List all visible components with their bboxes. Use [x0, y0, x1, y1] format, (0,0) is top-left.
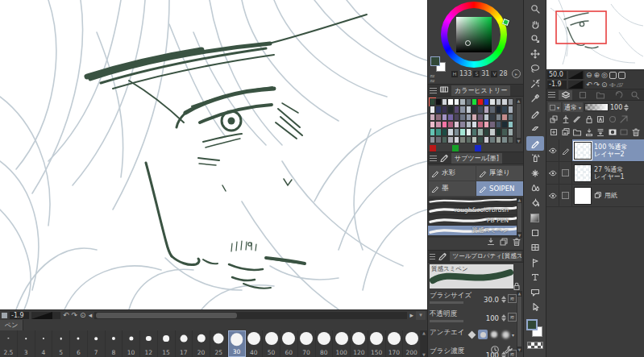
import-subtool-icon[interactable]	[486, 237, 496, 248]
history-color-swatch[interactable]	[459, 128, 465, 135]
draft-layer-icon[interactable]	[572, 114, 582, 126]
history-color-swatch[interactable]	[501, 98, 507, 106]
history-color-swatch[interactable]	[447, 121, 453, 128]
history-color-swatch[interactable]	[489, 136, 495, 143]
search-tab-icon[interactable]	[628, 90, 642, 100]
brush-size-cell[interactable]: 20	[193, 330, 210, 357]
history-color-swatch[interactable]	[472, 121, 477, 128]
panel-menu-icon[interactable]	[430, 156, 437, 161]
quick-color-swatch[interactable]	[430, 145, 436, 152]
pen-tool-icon[interactable]	[526, 106, 544, 122]
rotate-right-icon[interactable]: ↷	[594, 81, 600, 89]
history-color-swatch[interactable]	[430, 136, 435, 143]
tool-property-tab[interactable]: ツールプロパティ[質感スミペン]	[450, 251, 522, 261]
history-color-swatch[interactable]	[477, 128, 483, 135]
tool-settings-icon[interactable]	[504, 345, 513, 356]
navigator-zoom-slider[interactable]	[568, 71, 584, 79]
history-color-swatch[interactable]	[466, 114, 472, 121]
layer-visibility-icon[interactable]	[546, 185, 559, 206]
history-color-swatch[interactable]	[447, 114, 453, 121]
eyedropper-tool-icon[interactable]	[526, 91, 544, 106]
history-color-swatch[interactable]	[489, 128, 495, 135]
brush-list-item[interactable]	[428, 197, 518, 205]
brush-size-cell[interactable]: 5	[52, 330, 70, 357]
history-color-swatch[interactable]	[501, 136, 507, 143]
property-slider[interactable]	[430, 301, 463, 304]
brush-size-cell[interactable]: 7	[88, 330, 106, 357]
history-color-swatch[interactable]	[472, 98, 477, 106]
history-color-swatch[interactable]	[454, 136, 459, 143]
brush-size-cell[interactable]: 6	[70, 330, 88, 357]
reference-layer-icon[interactable]	[561, 114, 571, 126]
scroll-right-icon[interactable]: ▸	[409, 311, 413, 320]
duplicate-subtool-icon[interactable]	[499, 237, 509, 248]
layer-row[interactable]: 27 %通常レイヤー1	[546, 162, 644, 185]
navigator-thumbnail[interactable]	[546, 0, 644, 69]
navigator-rotation-value[interactable]: -1.9	[547, 81, 567, 89]
history-color-swatch[interactable]	[501, 121, 507, 128]
quick-color-swatch[interactable]	[475, 145, 481, 152]
reset-tool-icon[interactable]	[490, 345, 500, 356]
rotation-reset-icon[interactable]: ⊙	[601, 81, 608, 89]
subtool-scrollbar[interactable]: ▲▼	[517, 197, 522, 238]
navigator-view-rect[interactable]	[556, 11, 606, 44]
scrollbar-corner[interactable]: ▾	[416, 311, 426, 320]
antialias-none[interactable]	[467, 330, 476, 339]
history-color-swatch[interactable]	[435, 128, 441, 135]
history-color-swatch[interactable]	[430, 106, 435, 113]
brush-size-cell[interactable]: 100	[333, 330, 351, 357]
brush-size-cell[interactable]: 10	[123, 330, 140, 357]
lock-transparent-icon[interactable]	[596, 114, 605, 126]
selection-tool-icon[interactable]	[526, 61, 544, 77]
history-color-swatch[interactable]	[472, 136, 477, 143]
dynamics-toggle-icon[interactable]: ≋	[508, 313, 517, 322]
opacity-stepper[interactable]	[624, 104, 629, 111]
lock-layer-icon[interactable]	[584, 114, 594, 126]
layer-visibility-icon[interactable]	[546, 139, 559, 161]
history-color-swatch[interactable]	[477, 136, 483, 143]
layer-row[interactable]: 用紙	[546, 185, 644, 207]
canvas-rotation-value[interactable]: -1.9	[10, 312, 29, 319]
color-history-tab[interactable]: カラーヒストリー	[451, 85, 510, 96]
scroll-down-icon[interactable]: ▼	[517, 139, 521, 143]
history-color-swatch[interactable]	[442, 114, 447, 121]
scroll-up-icon[interactable]: ▲	[518, 197, 521, 202]
brush-size-scrollbar[interactable]: ▲ ▼	[421, 330, 427, 357]
history-color-swatch[interactable]	[454, 128, 459, 135]
history-color-swatch[interactable]	[454, 114, 459, 121]
history-color-swatch[interactable]	[496, 98, 501, 106]
history-color-swatch[interactable]	[447, 128, 453, 135]
antialias-weak[interactable]	[478, 330, 488, 339]
history-color-swatch[interactable]	[454, 106, 459, 113]
dynamics-toggle-icon[interactable]: ≋	[508, 294, 517, 303]
chevron-down-icon[interactable]: ▾	[512, 332, 514, 338]
layer-edit-icon[interactable]	[559, 185, 572, 206]
history-color-swatch[interactable]	[508, 136, 513, 143]
color-mix-icon[interactable]: ≈≈	[430, 74, 436, 84]
gradient-tool-icon[interactable]	[526, 210, 544, 226]
history-color-swatch[interactable]	[496, 121, 501, 128]
horizontal-scrollbar[interactable]	[94, 312, 407, 319]
blend-mode-dropdown[interactable]: 通常▾	[563, 102, 583, 112]
property-stepper[interactable]	[501, 314, 506, 322]
panel-menu-icon[interactable]	[430, 88, 437, 93]
history-color-swatch[interactable]	[484, 98, 489, 106]
scroll-up-icon[interactable]: ▲	[517, 98, 521, 103]
property-value[interactable]: 100	[486, 314, 499, 322]
brush-size-cell[interactable]: 25	[210, 330, 228, 357]
clip-to-layer-icon[interactable]	[549, 114, 559, 126]
history-color-swatch[interactable]	[447, 136, 453, 143]
scroll-up-icon[interactable]: ▲	[422, 330, 426, 335]
history-color-swatch[interactable]	[442, 136, 447, 143]
animation-tab-icon[interactable]	[593, 90, 608, 100]
history-color-swatch[interactable]	[430, 114, 435, 121]
history-color-swatch[interactable]	[501, 128, 507, 135]
property-slider[interactable]	[430, 320, 463, 322]
decoration-tool-icon[interactable]	[526, 166, 544, 181]
move-tool-icon[interactable]	[526, 47, 544, 62]
color-mode-toggle-icon[interactable]: ▸	[512, 69, 521, 78]
flip-vertical-icon[interactable]: △▽	[617, 81, 622, 89]
layer-opacity-slider[interactable]	[584, 103, 609, 111]
brush-size-cell[interactable]: 3	[18, 330, 35, 357]
zoom-out-icon[interactable]: ⊖	[586, 71, 592, 79]
